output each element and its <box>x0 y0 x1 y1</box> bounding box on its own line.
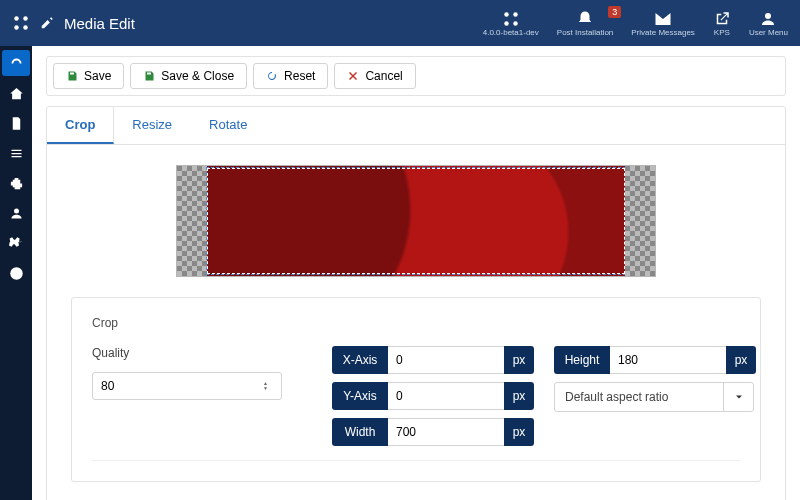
user-icon <box>759 10 777 28</box>
quality-spinner[interactable]: ▲▼ <box>263 381 273 391</box>
crop-image[interactable] <box>176 165 656 277</box>
sidebar-toggle[interactable] <box>2 50 30 76</box>
tab-rotate[interactable]: Rotate <box>191 107 266 144</box>
sidebar-home[interactable] <box>2 80 30 106</box>
svg-point-0 <box>14 16 19 21</box>
user-menu-item[interactable]: User Menu <box>749 10 788 37</box>
edit-icon <box>40 16 54 30</box>
quality-input[interactable]: 80 ▲▼ <box>92 372 282 400</box>
svg-point-9 <box>14 208 19 213</box>
edit-panel: Crop Resize Rotate Crop Quality <box>46 106 786 500</box>
envelope-icon <box>654 10 672 28</box>
top-bar: Media Edit 4.0.0-beta1-dev 3 Post Instal… <box>0 0 800 46</box>
crop-legend: Crop <box>92 316 740 330</box>
sidebar-components[interactable] <box>2 170 30 196</box>
crop-fieldset: Crop Quality 80 ▲▼ X-Axis <box>71 297 761 482</box>
svg-point-4 <box>504 12 509 17</box>
quality-label: Quality <box>92 346 282 360</box>
svg-point-6 <box>504 21 509 26</box>
save-close-button[interactable]: Save & Close <box>130 63 247 89</box>
refresh-icon <box>266 70 278 82</box>
unit-px: px <box>504 418 534 446</box>
tab-bar: Crop Resize Rotate <box>47 107 785 145</box>
aspect-ratio-select[interactable]: Default aspect ratio <box>554 382 754 412</box>
sidebar-users[interactable] <box>2 200 30 226</box>
page-title: Media Edit <box>64 15 135 32</box>
y-axis-input[interactable] <box>388 382 504 410</box>
crop-preview[interactable] <box>71 165 761 277</box>
tab-crop[interactable]: Crop <box>47 107 114 144</box>
joomla-icon <box>12 14 30 32</box>
width-label: Width <box>332 418 388 446</box>
joomla-small-icon <box>502 10 520 28</box>
svg-point-2 <box>14 25 19 30</box>
x-axis-label: X-Axis <box>332 346 388 374</box>
height-label: Height <box>554 346 610 374</box>
notification-badge: 3 <box>608 6 621 18</box>
unit-px: px <box>726 346 756 374</box>
height-input[interactable] <box>610 346 726 374</box>
private-messages-item[interactable]: Private Messages <box>631 10 695 37</box>
unit-px: px <box>504 382 534 410</box>
tab-resize[interactable]: Resize <box>114 107 191 144</box>
save-icon <box>66 70 78 82</box>
sidebar-content[interactable] <box>2 110 30 136</box>
sidebar <box>0 46 32 500</box>
kps-item[interactable]: KPS <box>713 10 731 37</box>
svg-point-8 <box>765 13 771 19</box>
cancel-button[interactable]: Cancel <box>334 63 415 89</box>
save-icon <box>143 70 155 82</box>
chevron-down-icon <box>723 383 753 411</box>
x-axis-field: X-Axis px <box>332 346 534 374</box>
post-install-item[interactable]: 3 Post Installation <box>557 10 613 37</box>
svg-point-5 <box>513 12 518 17</box>
main-content: Save Save & Close Reset Cancel Crop Resi… <box>32 46 800 500</box>
external-link-icon <box>713 10 731 28</box>
y-axis-label: Y-Axis <box>332 382 388 410</box>
svg-point-7 <box>513 21 518 26</box>
unit-px: px <box>504 346 534 374</box>
version-item[interactable]: 4.0.0-beta1-dev <box>483 10 539 37</box>
svg-point-3 <box>23 25 28 30</box>
sidebar-help[interactable] <box>2 260 30 286</box>
width-field: Width px <box>332 418 534 446</box>
action-toolbar: Save Save & Close Reset Cancel <box>46 56 786 96</box>
close-icon <box>347 70 359 82</box>
crop-selection[interactable] <box>207 168 625 274</box>
y-axis-field: Y-Axis px <box>332 382 534 410</box>
save-button[interactable]: Save <box>53 63 124 89</box>
bell-icon <box>576 10 594 28</box>
x-axis-input[interactable] <box>388 346 504 374</box>
reset-button[interactable]: Reset <box>253 63 328 89</box>
sidebar-system[interactable] <box>2 230 30 256</box>
svg-point-10 <box>10 267 23 280</box>
width-input[interactable] <box>388 418 504 446</box>
height-field: Height px <box>554 346 756 374</box>
sidebar-menus[interactable] <box>2 140 30 166</box>
svg-point-1 <box>23 16 28 21</box>
